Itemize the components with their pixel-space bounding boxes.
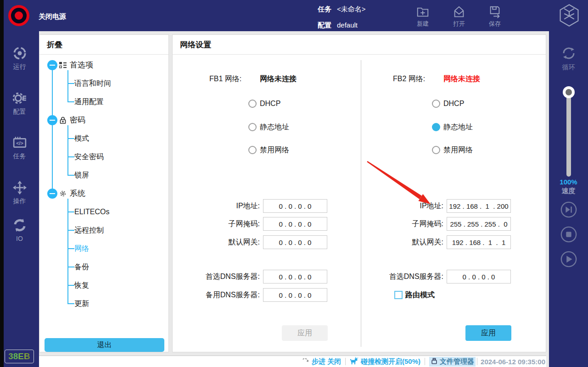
sidebar-item-config[interactable]: 配置 [0,91,39,116]
sidebar-item-io[interactable]: IO [0,218,39,242]
tree-item-language-time[interactable]: 语言和时间 [74,78,111,89]
tree-tick [67,248,74,249]
top-bar: 关闭电源 任务<未命名> 配置default 新建 打开 保存 [0,0,588,31]
tree-item-system[interactable]: 系统 [39,189,169,199]
brand-logo-icon [557,3,581,30]
fb1-dns2-input[interactable] [263,288,327,302]
play-button[interactable] [549,250,588,270]
gear-list-icon [0,91,39,105]
fb2-ip-input[interactable] [447,199,511,213]
tree-item-restore[interactable]: 恢复 [74,280,89,290]
open-button[interactable]: 打开 [445,5,473,28]
fb1-dns1-label: 首选DNS服务器: [182,272,260,281]
tree-tick [67,267,74,267]
save-icon [481,5,509,19]
fb2-dns1-input[interactable] [447,270,511,284]
open-button-label: 打开 [445,20,473,28]
separator [477,358,477,365]
divider [39,54,168,55]
tree-item-network[interactable]: 网络 [74,244,89,254]
tree-item-remote-control[interactable]: 远程控制 [74,225,104,235]
file-manager-button[interactable]: 文件管理器 [429,357,476,367]
fb2-ip-label: IP地址: [365,201,443,211]
speed-slider-track[interactable] [566,92,571,177]
collision-detection-status[interactable]: 碰撞检测开启(50%) [350,356,420,367]
tree-branch-line [67,70,68,102]
fb2-radio-disable-label[interactable]: 禁用网络 [443,145,473,155]
tree-item-label: 密码 [70,115,85,125]
fb1-mask-input[interactable] [263,217,327,231]
task-row: 任务<未命名> [318,5,366,14]
tree-item-lock-screen[interactable]: 锁屏 [74,170,89,180]
power-icon[interactable] [8,5,29,26]
fb1-gateway-input[interactable] [263,235,327,249]
task-label: 任务 [318,5,331,13]
step-mode-label: 步进 关闭 [312,357,341,366]
tree-item-elitecos[interactable]: ELITECOs [74,207,109,217]
router-mode-label[interactable]: 路由模式 [405,290,435,300]
fb1-radio-dhcp-label[interactable]: DHCP [260,99,280,108]
tree-item-update[interactable]: 更新 [74,299,89,309]
fb1-radio-disable-label[interactable]: 禁用网络 [260,145,289,155]
sidebar-item-operate[interactable]: 操作 [0,181,39,206]
fb2-network-status: 网络未连接 [443,74,480,84]
fb2-radio-dhcp-label[interactable]: DHCP [443,99,464,108]
fb2-mask-label: 子网掩码: [365,219,443,228]
fb2-dns1-label: 首选DNS服务器: [365,272,443,281]
fb2-gateway-input[interactable] [447,235,511,249]
separator [425,358,425,365]
sidebar-item-task[interactable]: </> 任务 [0,136,39,161]
tree-item-password[interactable]: 密码 [39,115,169,125]
power-button-label[interactable]: 关闭电源 [39,12,66,21]
collision-detection-label: 碰撞检测开启(50%) [361,357,420,366]
fb1-apply-button[interactable]: 应用 [282,325,328,341]
tree-item-backup[interactable]: 备份 [74,262,89,272]
fb1-ip-input[interactable] [263,199,327,213]
fb2-radio-disable[interactable] [432,146,440,154]
new-button[interactable]: 新建 [409,5,437,28]
right-nav: 循环 100% 速度 [549,31,588,367]
file-manager-label: 文件管理器 [440,357,474,366]
lock-icon [59,116,67,127]
tree-item-mode[interactable]: 模式 [74,133,89,144]
task-value: <未命名> [337,5,366,13]
tree-tick [67,101,74,102]
fb1-network-label: FB1 网络: [209,74,241,84]
tree-item-label: 首选项 [70,60,93,70]
tree-item-safety-password[interactable]: 安全密码 [74,152,104,162]
fb1-ip-label: IP地址: [182,201,260,211]
fb2-radio-dhcp[interactable] [432,100,440,108]
file-manager-icon [431,357,438,366]
speed-slider-handle[interactable] [563,86,575,98]
tree-item-preferences[interactable]: 首选项 [39,60,169,70]
network-settings-panel: 网络设置 FB1 网络: 网络未连接 DHCP 静态地址 禁用网络 IP地址: … [172,34,546,352]
fb2-apply-button[interactable]: 应用 [465,325,511,341]
loop-label: 循环 [549,63,588,72]
tree-item-general-config[interactable]: 通用配置 [74,97,104,107]
collapse-button[interactable]: 折叠 [47,39,62,50]
loop-icon[interactable] [549,44,588,64]
status-badge: 38EB [5,350,34,363]
fb2-radio-static[interactable] [432,123,440,131]
sidebar-item-label: 操作 [0,197,39,206]
fb1-radio-disable[interactable] [248,146,257,154]
fb2-radio-static-label[interactable]: 静态地址 [443,122,473,132]
fb1-radio-static-label[interactable]: 静态地址 [260,122,289,132]
app-root: 关闭电源 任务<未命名> 配置default 新建 打开 保存 [0,0,588,367]
stop-button[interactable] [549,226,588,245]
fb2-mask-input[interactable] [447,217,511,231]
fb1-radio-dhcp[interactable] [248,100,257,108]
save-button[interactable]: 保存 [481,5,509,28]
exit-button[interactable]: 退出 [45,338,164,352]
router-mode-checkbox[interactable] [394,291,403,299]
fb1-radio-static[interactable] [248,123,257,131]
fb1-gateway-label: 默认网关: [182,238,260,247]
fb1-mask-label: 子网掩码: [182,219,260,228]
tree-branch-line [67,199,68,304]
step-mode-status[interactable]: 步进 关闭 [302,357,341,367]
tree-tick [67,230,74,231]
sidebar-item-run[interactable]: 运行 [0,46,39,71]
fb1-dns1-input[interactable] [263,270,327,284]
separator [345,358,346,365]
step-next-button[interactable] [549,201,588,220]
